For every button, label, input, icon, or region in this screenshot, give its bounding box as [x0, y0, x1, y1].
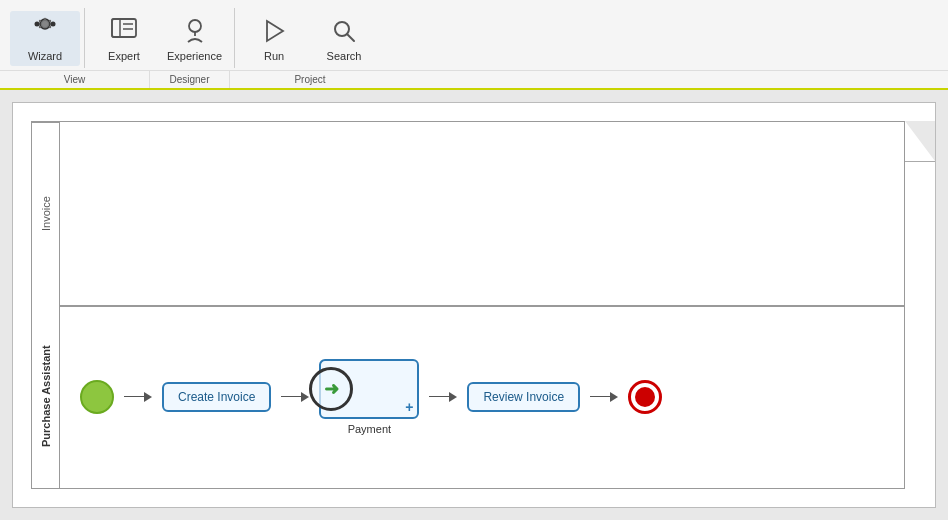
review-invoice-task[interactable]: Review Invoice — [467, 382, 580, 412]
arrow-line-2 — [281, 396, 301, 398]
svg-point-5 — [39, 19, 41, 21]
svg-point-7 — [49, 19, 51, 21]
wizard-button[interactable]: Wizard — [10, 11, 80, 66]
group-view-label: View — [64, 74, 86, 85]
gateway-shape: ➜ + — [319, 359, 419, 419]
svg-marker-16 — [267, 21, 283, 41]
arrow-head-4 — [610, 392, 618, 402]
svg-point-1 — [42, 21, 48, 27]
experience-label: Experience — [167, 50, 222, 62]
svg-point-9 — [39, 25, 41, 27]
swimlane-top-label: Invoice — [32, 122, 59, 305]
arrow-line-3 — [429, 396, 449, 398]
arrow-1 — [124, 392, 152, 402]
svg-point-6 — [44, 17, 46, 19]
search-label: Search — [327, 50, 362, 62]
search-button[interactable]: Search — [309, 11, 379, 66]
arrow-2 — [281, 392, 309, 402]
end-event[interactable] — [628, 380, 662, 414]
arrow-head-3 — [449, 392, 457, 402]
wizard-label: Wizard — [28, 50, 62, 62]
flow-row: Create Invoice ➜ + — [60, 359, 904, 435]
run-icon — [258, 15, 290, 47]
experience-icon — [179, 15, 211, 47]
arrow-4 — [590, 392, 618, 402]
wizard-icon — [29, 15, 61, 47]
svg-point-14 — [189, 20, 201, 32]
svg-rect-10 — [112, 19, 136, 37]
divider-2 — [234, 8, 235, 68]
start-event[interactable] — [80, 380, 114, 414]
run-button[interactable]: Run — [239, 11, 309, 66]
svg-rect-11 — [112, 19, 120, 37]
divider-1 — [84, 8, 85, 68]
end-event-inner — [635, 387, 655, 407]
arrow-head-2 — [301, 392, 309, 402]
process-canvas[interactable]: Invoice Purchase Assistant — [12, 102, 936, 508]
swimlane-bottom-label: Purchase Assistant — [32, 305, 59, 488]
arrow-line-1 — [124, 396, 144, 398]
gateway-arrow-icon: ➜ — [324, 378, 339, 400]
arrow-head-1 — [144, 392, 152, 402]
group-view: View — [0, 71, 150, 88]
arrow-3 — [429, 392, 457, 402]
expert-button[interactable]: Expert — [89, 11, 159, 66]
payment-element[interactable]: ➜ + Payment — [319, 359, 419, 435]
search-icon — [328, 15, 360, 47]
expert-label: Expert — [108, 50, 140, 62]
arrow-line-4 — [590, 396, 610, 398]
lane-divider — [60, 305, 904, 307]
corner-fold — [905, 121, 935, 161]
toolbar-buttons: Wizard Expert Exper — [0, 0, 948, 70]
group-project: Project — [230, 71, 390, 88]
group-project-label: Project — [294, 74, 325, 85]
run-label: Run — [264, 50, 284, 62]
create-invoice-label: Create Invoice — [178, 390, 255, 404]
group-designer: Designer — [150, 71, 230, 88]
svg-point-8 — [49, 25, 51, 27]
svg-point-2 — [35, 21, 40, 26]
expert-icon — [108, 15, 140, 47]
toolbar-groups: View Designer Project — [0, 70, 948, 88]
gateway-circle: ➜ — [309, 367, 353, 411]
swimlane-content: Create Invoice ➜ + — [60, 122, 904, 488]
canvas-area: Invoice Purchase Assistant — [0, 90, 948, 520]
toolbar: Wizard Expert Exper — [0, 0, 948, 90]
payment-label: Payment — [348, 423, 391, 435]
svg-line-18 — [347, 34, 354, 41]
review-invoice-label: Review Invoice — [483, 390, 564, 404]
experience-button[interactable]: Experience — [159, 11, 230, 66]
gateway-plus-icon: + — [405, 399, 413, 415]
swimlane: Invoice Purchase Assistant — [31, 121, 905, 489]
create-invoice-task[interactable]: Create Invoice — [162, 382, 271, 412]
group-designer-label: Designer — [169, 74, 209, 85]
svg-point-3 — [51, 21, 56, 26]
swimlane-labels: Invoice Purchase Assistant — [32, 122, 60, 488]
